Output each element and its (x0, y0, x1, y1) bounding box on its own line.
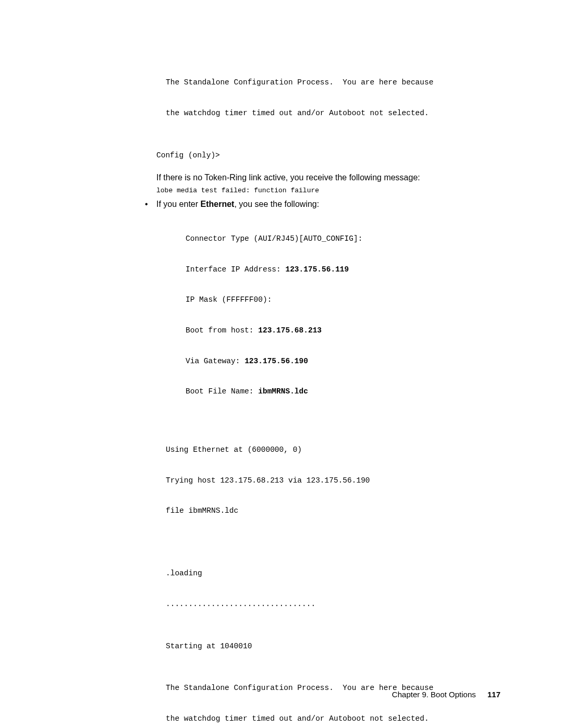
code-line: the watchdog timer timed out and/or Auto… (166, 108, 500, 119)
terminal-output: .loading ...............................… (156, 548, 500, 630)
code-line: lobe media test failed: function failure (156, 187, 500, 195)
bullet-mark-icon: • (145, 199, 156, 210)
code-line: Connector Type (AUI/RJ45)[AUTO_CONFIG]: (186, 234, 500, 244)
bullet-text: If you enter Ethernet, you see the follo… (156, 199, 319, 210)
code-line: Via Gateway: 123.175.56.190 (186, 356, 500, 367)
page-body: The Standalone Configuration Process. Yo… (156, 57, 500, 728)
code-line: .loading (166, 569, 500, 579)
code-line: Using Ethernet at (6000000, 0) (166, 445, 500, 455)
code-line: The Standalone Configuration Process. Yo… (166, 78, 500, 88)
footer-chapter: Chapter 9. Boot Options (392, 690, 476, 699)
code-line: Starting at 1040010 (156, 641, 500, 652)
code-line: ................................. (166, 599, 500, 610)
code-line: the watchdog timer timed out and/or Auto… (166, 714, 500, 724)
code-line: Interface IP Address: 123.175.56.119 (186, 265, 500, 275)
terminal-output: Connector Type (AUI/RJ45)[AUTO_CONFIG]: … (156, 214, 500, 417)
code-line: Config (only)> (156, 151, 500, 161)
bullet-item: • If you enter Ethernet, you see the fol… (156, 199, 500, 210)
code-line: Boot File Name: ibmMRNS.ldc (186, 387, 500, 397)
terminal-output: Using Ethernet at (6000000, 0) Trying ho… (156, 425, 500, 537)
code-line: IP Mask (FFFFFF00): (186, 295, 500, 305)
code-line: file ibmMRNS.ldc (166, 506, 500, 516)
page-number: 117 (487, 690, 500, 699)
body-paragraph: If there is no Token-Ring link active, y… (156, 172, 500, 183)
page-footer: Chapter 9. Boot Options 117 (392, 690, 500, 699)
terminal-output: The Standalone Configuration Process. Yo… (156, 57, 500, 139)
code-line: Trying host 123.175.68.213 via 123.175.5… (166, 476, 500, 486)
code-line: Boot from host: 123.175.68.213 (186, 326, 500, 336)
